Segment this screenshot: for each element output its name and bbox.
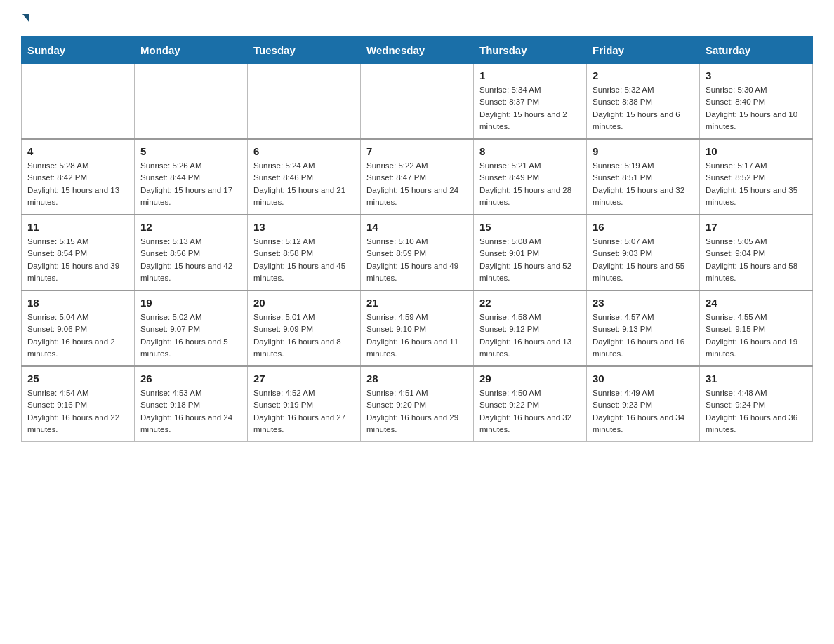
day-info: Sunrise: 5:26 AMSunset: 8:44 PMDaylight:… <box>140 160 241 208</box>
calendar-cell <box>22 64 135 140</box>
week-row-1: 1Sunrise: 5:34 AMSunset: 8:37 PMDaylight… <box>22 64 813 140</box>
day-number: 8 <box>479 145 581 157</box>
calendar-cell: 18Sunrise: 5:04 AMSunset: 9:06 PMDayligh… <box>22 290 135 366</box>
day-info: Sunrise: 4:59 AMSunset: 9:10 PMDaylight:… <box>366 311 468 360</box>
day-number: 6 <box>253 145 355 157</box>
day-info: Sunrise: 5:21 AMSunset: 8:49 PMDaylight:… <box>479 160 581 208</box>
day-number: 14 <box>366 221 468 233</box>
week-row-4: 18Sunrise: 5:04 AMSunset: 9:06 PMDayligh… <box>22 290 813 366</box>
calendar-cell: 5Sunrise: 5:26 AMSunset: 8:44 PMDaylight… <box>135 139 248 215</box>
day-number: 19 <box>140 297 241 309</box>
day-info: Sunrise: 4:49 AMSunset: 9:23 PMDaylight:… <box>593 387 694 436</box>
header-wednesday: Wednesday <box>361 37 474 64</box>
calendar-cell: 4Sunrise: 5:28 AMSunset: 8:42 PMDaylight… <box>22 139 135 215</box>
day-info: Sunrise: 5:30 AMSunset: 8:40 PMDaylight:… <box>706 84 807 133</box>
day-info: Sunrise: 5:12 AMSunset: 8:58 PMDaylight:… <box>253 236 355 284</box>
day-info: Sunrise: 5:10 AMSunset: 8:59 PMDaylight:… <box>366 236 468 284</box>
calendar-cell: 3Sunrise: 5:30 AMSunset: 8:40 PMDaylight… <box>700 64 813 140</box>
day-number: 18 <box>27 297 128 309</box>
day-info: Sunrise: 4:48 AMSunset: 9:24 PMDaylight:… <box>706 387 807 436</box>
calendar-cell: 24Sunrise: 4:55 AMSunset: 9:15 PMDayligh… <box>700 290 813 366</box>
header-thursday: Thursday <box>474 37 587 64</box>
day-info: Sunrise: 5:28 AMSunset: 8:42 PMDaylight:… <box>27 160 128 208</box>
day-info: Sunrise: 4:55 AMSunset: 9:15 PMDaylight:… <box>706 311 807 360</box>
day-info: Sunrise: 5:17 AMSunset: 8:52 PMDaylight:… <box>706 160 807 208</box>
calendar-cell: 16Sunrise: 5:07 AMSunset: 9:03 PMDayligh… <box>587 215 700 290</box>
calendar-cell: 30Sunrise: 4:49 AMSunset: 9:23 PMDayligh… <box>587 366 700 442</box>
day-number: 24 <box>706 297 807 309</box>
day-info: Sunrise: 5:13 AMSunset: 8:56 PMDaylight:… <box>140 236 241 284</box>
day-info: Sunrise: 5:01 AMSunset: 9:09 PMDaylight:… <box>253 311 355 360</box>
header-friday: Friday <box>587 37 700 64</box>
day-number: 11 <box>27 221 128 233</box>
day-info: Sunrise: 4:50 AMSunset: 9:22 PMDaylight:… <box>479 387 581 436</box>
day-info: Sunrise: 5:05 AMSunset: 9:04 PMDaylight:… <box>706 236 807 284</box>
calendar-cell: 2Sunrise: 5:32 AMSunset: 8:38 PMDaylight… <box>587 64 700 140</box>
day-info: Sunrise: 5:32 AMSunset: 8:38 PMDaylight:… <box>593 84 694 133</box>
calendar-cell: 9Sunrise: 5:19 AMSunset: 8:51 PMDaylight… <box>587 139 700 215</box>
calendar-cell <box>361 64 474 140</box>
calendar-cell: 8Sunrise: 5:21 AMSunset: 8:49 PMDaylight… <box>474 139 587 215</box>
day-number: 4 <box>27 145 128 157</box>
day-number: 9 <box>593 145 694 157</box>
day-number: 27 <box>253 373 355 384</box>
day-number: 22 <box>479 297 581 309</box>
day-info: Sunrise: 5:04 AMSunset: 9:06 PMDaylight:… <box>27 311 128 360</box>
week-row-3: 11Sunrise: 5:15 AMSunset: 8:54 PMDayligh… <box>22 215 813 290</box>
day-number: 21 <box>366 297 468 309</box>
calendar-cell: 27Sunrise: 4:52 AMSunset: 9:19 PMDayligh… <box>248 366 361 442</box>
day-info: Sunrise: 5:08 AMSunset: 9:01 PMDaylight:… <box>479 236 581 284</box>
week-row-5: 25Sunrise: 4:54 AMSunset: 9:16 PMDayligh… <box>22 366 813 442</box>
header-saturday: Saturday <box>700 37 813 64</box>
day-number: 15 <box>479 221 581 233</box>
calendar-cell: 31Sunrise: 4:48 AMSunset: 9:24 PMDayligh… <box>700 366 813 442</box>
calendar-cell: 20Sunrise: 5:01 AMSunset: 9:09 PMDayligh… <box>248 290 361 366</box>
week-row-2: 4Sunrise: 5:28 AMSunset: 8:42 PMDaylight… <box>22 139 813 215</box>
page-header <box>21 14 813 22</box>
calendar-cell: 11Sunrise: 5:15 AMSunset: 8:54 PMDayligh… <box>22 215 135 290</box>
calendar-cell: 6Sunrise: 5:24 AMSunset: 8:46 PMDaylight… <box>248 139 361 215</box>
day-number: 20 <box>253 297 355 309</box>
day-info: Sunrise: 5:02 AMSunset: 9:07 PMDaylight:… <box>140 311 241 360</box>
logo-arrow-icon <box>22 14 29 22</box>
calendar-cell <box>135 64 248 140</box>
day-info: Sunrise: 4:54 AMSunset: 9:16 PMDaylight:… <box>27 387 128 436</box>
logo <box>21 14 29 22</box>
day-number: 10 <box>706 145 807 157</box>
day-number: 5 <box>140 145 241 157</box>
calendar-cell <box>248 64 361 140</box>
day-number: 29 <box>479 373 581 384</box>
calendar-cell: 13Sunrise: 5:12 AMSunset: 8:58 PMDayligh… <box>248 215 361 290</box>
day-info: Sunrise: 4:53 AMSunset: 9:18 PMDaylight:… <box>140 387 241 436</box>
day-number: 31 <box>706 373 807 384</box>
calendar-cell: 14Sunrise: 5:10 AMSunset: 8:59 PMDayligh… <box>361 215 474 290</box>
day-number: 23 <box>593 297 694 309</box>
day-info: Sunrise: 5:19 AMSunset: 8:51 PMDaylight:… <box>593 160 694 208</box>
calendar-cell: 21Sunrise: 4:59 AMSunset: 9:10 PMDayligh… <box>361 290 474 366</box>
calendar-header-row: SundayMondayTuesdayWednesdayThursdayFrid… <box>22 37 813 64</box>
day-info: Sunrise: 5:24 AMSunset: 8:46 PMDaylight:… <box>253 160 355 208</box>
calendar-cell: 17Sunrise: 5:05 AMSunset: 9:04 PMDayligh… <box>700 215 813 290</box>
day-number: 26 <box>140 373 241 384</box>
calendar-cell: 22Sunrise: 4:58 AMSunset: 9:12 PMDayligh… <box>474 290 587 366</box>
day-number: 2 <box>593 69 694 81</box>
day-info: Sunrise: 5:22 AMSunset: 8:47 PMDaylight:… <box>366 160 468 208</box>
calendar-cell: 28Sunrise: 4:51 AMSunset: 9:20 PMDayligh… <box>361 366 474 442</box>
day-info: Sunrise: 4:57 AMSunset: 9:13 PMDaylight:… <box>593 311 694 360</box>
day-number: 28 <box>366 373 468 384</box>
header-tuesday: Tuesday <box>248 37 361 64</box>
calendar-table: SundayMondayTuesdayWednesdayThursdayFrid… <box>21 36 813 442</box>
calendar-cell: 19Sunrise: 5:02 AMSunset: 9:07 PMDayligh… <box>135 290 248 366</box>
day-info: Sunrise: 4:51 AMSunset: 9:20 PMDaylight:… <box>366 387 468 436</box>
calendar-cell: 15Sunrise: 5:08 AMSunset: 9:01 PMDayligh… <box>474 215 587 290</box>
calendar-cell: 29Sunrise: 4:50 AMSunset: 9:22 PMDayligh… <box>474 366 587 442</box>
day-number: 12 <box>140 221 241 233</box>
day-info: Sunrise: 5:34 AMSunset: 8:37 PMDaylight:… <box>479 84 581 133</box>
day-number: 16 <box>593 221 694 233</box>
calendar-cell: 7Sunrise: 5:22 AMSunset: 8:47 PMDaylight… <box>361 139 474 215</box>
day-number: 25 <box>27 373 128 384</box>
calendar-cell: 10Sunrise: 5:17 AMSunset: 8:52 PMDayligh… <box>700 139 813 215</box>
day-info: Sunrise: 4:52 AMSunset: 9:19 PMDaylight:… <box>253 387 355 436</box>
calendar-cell: 12Sunrise: 5:13 AMSunset: 8:56 PMDayligh… <box>135 215 248 290</box>
calendar-cell: 23Sunrise: 4:57 AMSunset: 9:13 PMDayligh… <box>587 290 700 366</box>
